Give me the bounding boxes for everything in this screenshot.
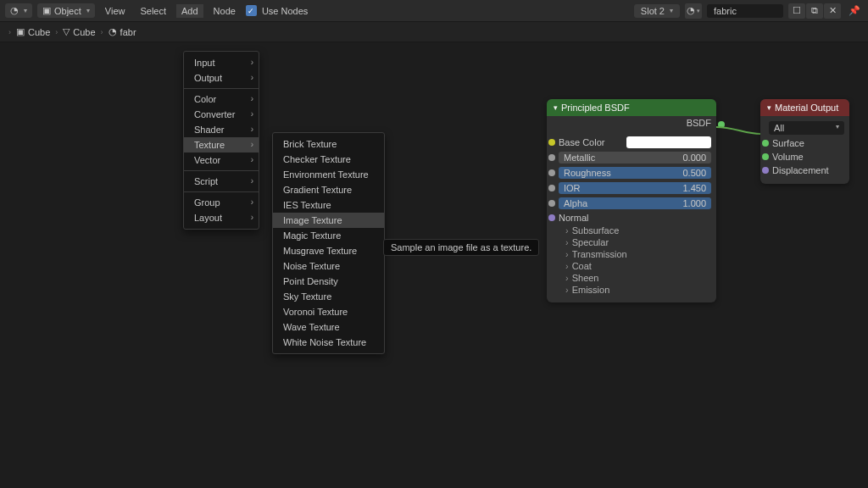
breadcrumb: › ▣ Cube › ▽ Cube › ◔ fabr (0, 22, 868, 42)
unlink-material-button[interactable]: ✕ (824, 3, 841, 19)
material-browse-button[interactable]: ◔▾ (685, 3, 702, 19)
expand-section[interactable]: Sheen (557, 272, 711, 284)
material-output-input[interactable]: Volume (769, 150, 844, 164)
toolbar: ◔ ▾ ▣ Object ▾ View Select Add Node ✓ Us… (0, 0, 868, 22)
add-menu-item[interactable]: Layout (184, 210, 259, 225)
add-menu-item[interactable]: Color (184, 92, 259, 107)
add-menu-item[interactable]: Vector (184, 152, 259, 168)
breadcrumb-item[interactable]: ◔ fabr (108, 26, 136, 37)
menu-view[interactable]: View (100, 4, 131, 18)
texture-menu-item[interactable]: Image Texture (273, 213, 384, 228)
base-color-swatch[interactable] (626, 136, 711, 148)
duplicate-material-button[interactable]: ⧉ (806, 3, 823, 19)
texture-menu-item[interactable]: Sky Texture (273, 289, 384, 304)
texture-menu-item[interactable]: Wave Texture (273, 319, 384, 335)
material-output-input[interactable]: Displacement (769, 164, 844, 177)
menu-add[interactable]: Add (176, 4, 203, 18)
expand-section[interactable]: Emission (557, 284, 711, 296)
texture-menu-item[interactable]: Noise Texture (273, 258, 384, 274)
add-menu-item[interactable]: Output (184, 70, 259, 86)
slot-dropdown[interactable]: Slot 2▾ (634, 4, 680, 18)
expand-section[interactable]: Coat (557, 260, 711, 272)
add-menu-item[interactable]: Texture (184, 137, 259, 152)
texture-menu-item[interactable]: Magic Texture (273, 228, 384, 243)
mode-dropdown[interactable]: ▣ Object ▾ (37, 3, 95, 18)
target-dropdown[interactable]: All▾ (769, 121, 844, 135)
material-name-input[interactable]: fabric (707, 4, 783, 18)
param-row[interactable]: Roughness0.500 (557, 165, 711, 180)
texture-submenu: Brick TextureChecker TextureEnvironment … (272, 132, 385, 354)
expand-section[interactable]: Transmission (557, 248, 711, 260)
use-nodes-label: Use Nodes (262, 6, 308, 16)
breadcrumb-item[interactable]: ▣ Cube (16, 26, 50, 37)
principled-bsdf-node[interactable]: ▾Principled BSDF BSDF Base Color Metalli… (547, 99, 716, 302)
editor-type-button[interactable]: ◔ ▾ (5, 3, 32, 18)
texture-menu-item[interactable]: Brick Texture (273, 136, 384, 152)
material-output-input[interactable]: Surface (769, 136, 844, 150)
add-menu-item[interactable]: Converter (184, 107, 259, 122)
pin-button[interactable]: 📌 (846, 3, 863, 19)
texture-menu-item[interactable]: IES Texture (273, 197, 384, 213)
tooltip: Sample an image file as a texture. (383, 239, 539, 256)
add-menu-item[interactable]: Shader (184, 122, 259, 137)
mode-label: Object (54, 6, 81, 16)
param-row[interactable]: Metallic0.000 (557, 150, 711, 165)
normal-row[interactable]: Normal (557, 211, 711, 225)
texture-menu-item[interactable]: Musgrave Texture (273, 243, 384, 258)
menu-node[interactable]: Node (209, 4, 241, 18)
texture-menu-item[interactable]: Point Density (273, 274, 384, 289)
use-nodes-checkbox[interactable]: ✓ (246, 5, 257, 16)
texture-menu-item[interactable]: Gradient Texture (273, 182, 384, 197)
texture-menu-item[interactable]: Voronoi Texture (273, 304, 384, 319)
node-header[interactable]: ▾Principled BSDF (547, 99, 716, 116)
base-color-row[interactable]: Base Color (557, 135, 711, 150)
expand-section[interactable]: Specular (557, 236, 711, 248)
add-menu-item[interactable]: Group (184, 195, 259, 210)
param-row[interactable]: Alpha1.000 (557, 196, 711, 211)
fake-user-button[interactable]: ☐ (788, 3, 805, 19)
texture-menu-item[interactable]: White Noise Texture (273, 335, 384, 350)
add-menu-item[interactable]: Input (184, 55, 259, 70)
param-row[interactable]: IOR1.450 (557, 180, 711, 196)
node-output-bsdf: BSDF (547, 116, 716, 131)
menu-select[interactable]: Select (135, 4, 171, 18)
add-menu-item[interactable]: Script (184, 174, 259, 189)
texture-menu-item[interactable]: Checker Texture (273, 152, 384, 167)
add-dropdown: InputOutputColorConverterShaderTextureVe… (183, 51, 259, 230)
texture-menu-item[interactable]: Environment Texture (273, 167, 384, 182)
node-header[interactable]: ▾Material Output (760, 99, 849, 116)
breadcrumb-item[interactable]: ▽ Cube (63, 26, 95, 37)
expand-section[interactable]: Subsurface (557, 225, 711, 236)
material-output-node[interactable]: ▾Material Output All▾ SurfaceVolumeDispl… (760, 99, 849, 184)
